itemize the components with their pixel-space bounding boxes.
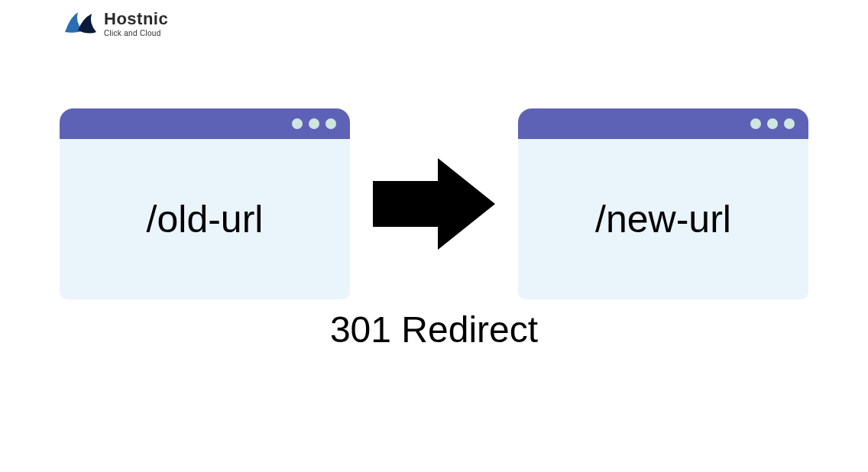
old-window-titlebar bbox=[60, 108, 350, 139]
new-window-body: /new-url bbox=[518, 139, 808, 299]
window-dot-icon bbox=[292, 118, 303, 129]
window-dot-icon bbox=[767, 118, 778, 129]
brand-logo: Hostnic Click and Cloud bbox=[61, 8, 168, 38]
diagram-caption: 301 Redirect bbox=[330, 309, 538, 351]
new-url-text: /new-url bbox=[595, 197, 731, 241]
window-dot-icon bbox=[784, 118, 795, 129]
logo-name: Hostnic bbox=[104, 9, 168, 29]
old-window-body: /old-url bbox=[60, 139, 350, 299]
window-dot-icon bbox=[309, 118, 319, 129]
logo-text: Hostnic Click and Cloud bbox=[104, 9, 168, 37]
redirect-diagram: /old-url /new-url 301 Redirect bbox=[60, 108, 808, 351]
new-url-window: /new-url bbox=[518, 108, 808, 299]
old-url-window: /old-url bbox=[60, 108, 350, 299]
new-window-titlebar bbox=[518, 108, 808, 139]
logo-tagline: Click and Cloud bbox=[104, 29, 168, 37]
diagram-row: /old-url /new-url bbox=[60, 108, 808, 299]
window-dot-icon bbox=[750, 118, 761, 129]
arrow-icon bbox=[373, 154, 495, 254]
old-url-text: /old-url bbox=[147, 197, 264, 241]
logo-swoosh-icon bbox=[61, 8, 99, 38]
window-dot-icon bbox=[326, 118, 336, 129]
svg-marker-0 bbox=[373, 158, 495, 250]
